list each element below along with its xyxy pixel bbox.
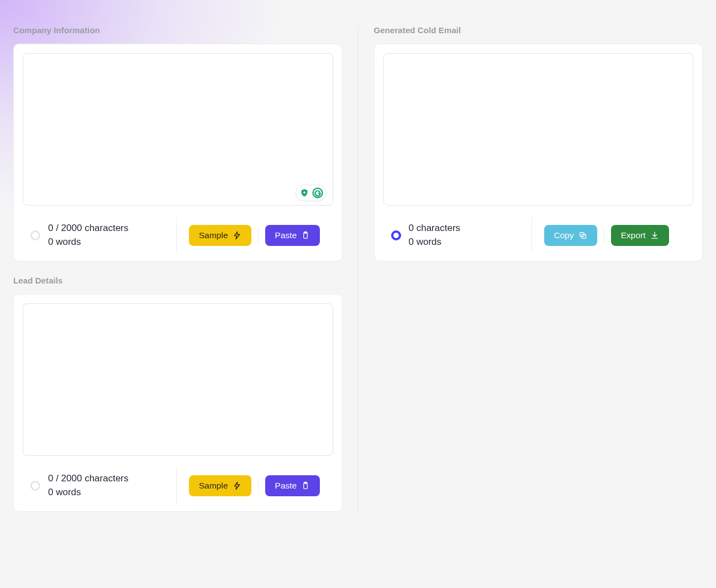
button-separator [258, 227, 259, 244]
sample-button-label: Sample [199, 231, 228, 240]
output-textarea-wrap [383, 53, 694, 208]
button-separator [604, 227, 604, 244]
lead-word-count: 0 words [48, 486, 129, 500]
lead-stats: 0 / 2000 characters 0 words [23, 472, 172, 499]
output-status-dot [391, 230, 401, 240]
company-card: 0 / 2000 characters 0 words Sample Paste [13, 44, 343, 261]
company-sample-button[interactable]: Sample [189, 225, 251, 246]
company-textarea[interactable] [23, 53, 333, 206]
grammar-badges [296, 185, 327, 201]
company-char-count: 0 / 2000 characters [48, 222, 129, 235]
lead-char-count: 0 / 2000 characters [48, 472, 129, 486]
lead-textarea-wrap [23, 303, 333, 458]
output-card: 0 characters 0 words Copy [374, 44, 703, 261]
output-char-count: 0 characters [409, 222, 461, 235]
lead-section-label: Lead Details [13, 276, 343, 285]
output-section-label: Generated Cold Email [374, 25, 703, 35]
left-column: Company Information [13, 0, 343, 512]
company-footer: 0 / 2000 characters 0 words Sample Paste [23, 218, 333, 253]
copy-button[interactable]: Copy [544, 225, 597, 246]
lead-card: 0 / 2000 characters 0 words Sample Paste [13, 294, 343, 512]
company-buttons: Sample Paste [189, 225, 320, 246]
export-button[interactable]: Export [611, 225, 669, 246]
column-divider [358, 25, 359, 512]
grammarly-icon[interactable] [312, 187, 324, 199]
button-separator [258, 477, 259, 494]
lead-stats-text: 0 / 2000 characters 0 words [48, 472, 129, 499]
clipboard-icon [301, 481, 310, 490]
clipboard-icon [301, 231, 310, 240]
output-textarea[interactable] [383, 53, 694, 206]
sample-button-label: Sample [199, 481, 228, 490]
footer-separator [176, 218, 177, 253]
company-stats: 0 / 2000 characters 0 words [23, 222, 172, 249]
copy-icon [578, 231, 587, 240]
shield-plus-icon[interactable] [298, 187, 310, 199]
company-section-label: Company Information [13, 25, 343, 35]
footer-separator [531, 218, 532, 253]
output-footer: 0 characters 0 words Copy [383, 218, 694, 253]
paste-button-label: Paste [275, 481, 297, 490]
lead-footer: 0 / 2000 characters 0 words Sample Paste [23, 468, 333, 503]
company-textarea-wrap [23, 53, 333, 208]
copy-button-label: Copy [554, 231, 574, 240]
lightning-icon [233, 231, 241, 240]
lead-buttons: Sample Paste [189, 475, 320, 496]
export-button-label: Export [621, 231, 646, 240]
footer-separator [176, 468, 177, 503]
company-status-dot [30, 230, 40, 240]
lead-paste-button[interactable]: Paste [265, 475, 320, 496]
company-word-count: 0 words [48, 235, 129, 249]
lead-sample-button[interactable]: Sample [189, 475, 251, 496]
output-stats-text: 0 characters 0 words [409, 222, 461, 249]
right-column: Generated Cold Email 0 characters 0 word… [374, 0, 703, 512]
output-word-count: 0 words [409, 235, 461, 249]
lead-textarea[interactable] [23, 303, 333, 456]
download-icon [650, 231, 659, 240]
company-paste-button[interactable]: Paste [265, 225, 320, 246]
lead-status-dot [30, 481, 40, 491]
paste-button-label: Paste [275, 231, 297, 240]
output-stats: 0 characters 0 words [383, 222, 527, 249]
page-root: Company Information [0, 0, 716, 534]
lightning-icon [233, 481, 241, 490]
output-buttons: Copy Export [544, 225, 669, 246]
company-stats-text: 0 / 2000 characters 0 words [48, 222, 129, 249]
